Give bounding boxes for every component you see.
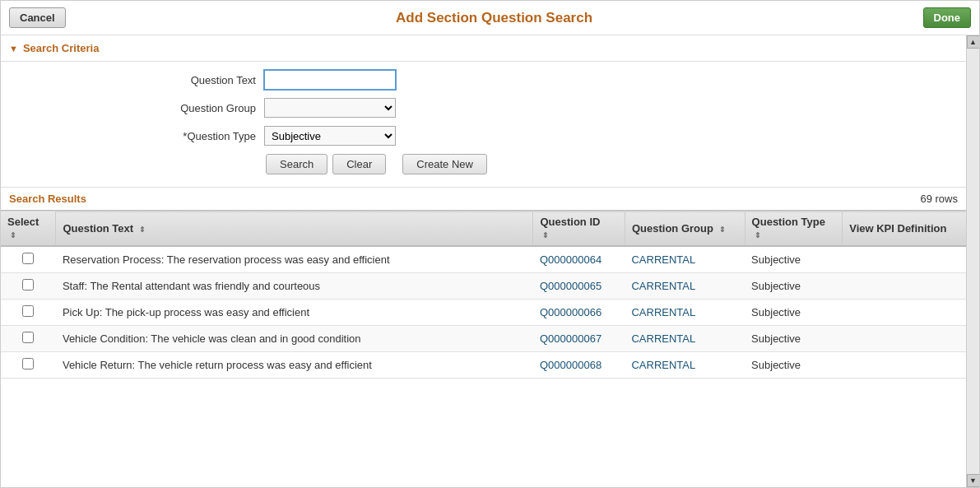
row-checkbox[interactable] (22, 305, 34, 317)
col-header-question-id: Question ID ⇕ (533, 211, 625, 247)
scrollbar-track[interactable] (967, 49, 979, 474)
question-text-label: Question Text (1, 74, 264, 86)
question-type-cell: Subjective (745, 246, 843, 273)
results-tbody: Reservation Process: The reservation pro… (1, 246, 966, 379)
view-kpi-cell (843, 273, 966, 300)
view-kpi-cell (843, 246, 966, 273)
question-text-cell: Pick Up: The pick-up process was easy an… (56, 300, 533, 326)
question-group-row: Question Group (1, 98, 966, 118)
question-type-select[interactable]: Subjective Objective Rating (264, 126, 396, 146)
question-id-link[interactable]: Q000000068 (540, 359, 601, 371)
col-header-view-kpi: View KPI Definition (843, 211, 966, 247)
question-group-link[interactable]: CARRENTAL (631, 253, 695, 266)
create-new-button[interactable]: Create New (402, 154, 487, 174)
search-button[interactable]: Search (266, 154, 327, 174)
row-checkbox[interactable] (22, 332, 34, 343)
question-id-link[interactable]: Q000000065 (540, 280, 601, 292)
question-text-row: Question Text (1, 70, 966, 90)
cancel-button[interactable]: Cancel (9, 7, 66, 28)
sort-icon-question-type: ⇕ (755, 231, 761, 239)
question-group-link[interactable]: CARRENTAL (631, 332, 695, 345)
question-group-link[interactable]: CARRENTAL (631, 359, 695, 371)
question-id-link[interactable]: Q000000067 (540, 332, 601, 345)
col-header-question-text: Question Text ⇕ (56, 211, 533, 247)
question-id-link[interactable]: Q000000066 (540, 306, 601, 318)
question-text-cell: Staff: The Rental attendant was friendly… (56, 273, 533, 300)
question-id-cell[interactable]: Q000000067 (533, 326, 625, 352)
question-id-cell[interactable]: Q000000066 (533, 300, 625, 326)
question-group-cell[interactable]: CARRENTAL (625, 273, 745, 300)
sort-icon-question-text: ⇕ (139, 225, 146, 234)
question-type-cell: Subjective (745, 326, 843, 352)
question-id-link[interactable]: Q000000064 (540, 253, 601, 266)
table-row: Pick Up: The pick-up process was easy an… (1, 300, 966, 326)
question-group-label: Question Group (1, 102, 264, 114)
question-group-select[interactable] (264, 98, 396, 118)
col-header-select: Select ⇕ (1, 211, 56, 247)
view-kpi-cell (843, 352, 966, 379)
question-group-link[interactable]: CARRENTAL (631, 280, 695, 292)
question-text-wrap (264, 70, 445, 90)
results-table: Select ⇕ Question Text ⇕ Question ID ⇕ (1, 210, 966, 379)
question-type-cell: Subjective (745, 273, 843, 300)
view-kpi-cell (843, 300, 966, 326)
results-count: 69 rows (920, 193, 958, 205)
main-content: ▼ Search Criteria Question Text Question… (1, 35, 966, 487)
page-title: Add Section Question Search (66, 10, 923, 26)
col-header-question-type: Question Type ⇕ (745, 211, 843, 247)
action-buttons-row: Search Clear Create New (1, 154, 966, 174)
question-text-cell: Vehicle Condition: The vehicle was clean… (56, 326, 533, 352)
question-text-cell: Reservation Process: The reservation pro… (56, 246, 533, 273)
sort-icon-select: ⇕ (10, 231, 16, 239)
question-id-cell[interactable]: Q000000065 (533, 273, 625, 300)
question-id-cell[interactable]: Q000000068 (533, 352, 625, 379)
question-group-cell[interactable]: CARRENTAL (625, 300, 745, 326)
collapse-arrow-icon: ▼ (9, 44, 18, 53)
col-header-question-group: Question Group ⇕ (625, 211, 745, 247)
question-group-cell[interactable]: CARRENTAL (625, 352, 745, 379)
question-id-cell[interactable]: Q000000064 (533, 246, 625, 273)
row-checkbox[interactable] (22, 358, 34, 369)
row-checkbox[interactable] (22, 279, 34, 290)
table-row: Vehicle Return: The vehicle return proce… (1, 352, 966, 379)
search-criteria-label: Search Criteria (23, 42, 100, 54)
header: Cancel Add Section Question Search Done (1, 1, 979, 35)
search-criteria-section-header[interactable]: ▼ Search Criteria (1, 35, 966, 62)
table-row: Staff: The Rental attendant was friendly… (1, 273, 966, 300)
question-group-cell[interactable]: CARRENTAL (625, 326, 745, 352)
results-title: Search Results (9, 193, 86, 205)
row-select-cell (1, 273, 56, 300)
content-area: ▼ Search Criteria Question Text Question… (1, 35, 979, 487)
question-type-wrap: Subjective Objective Rating (264, 126, 445, 146)
row-select-cell (1, 352, 56, 379)
clear-button[interactable]: Clear (332, 154, 386, 174)
table-header-row: Select ⇕ Question Text ⇕ Question ID ⇕ (1, 211, 966, 247)
row-select-cell (1, 326, 56, 352)
view-kpi-cell (843, 326, 966, 352)
page-wrapper: Cancel Add Section Question Search Done … (0, 0, 980, 488)
sort-icon-question-group: ⇕ (719, 225, 726, 234)
table-row: Vehicle Condition: The vehicle was clean… (1, 326, 966, 352)
scrollbar[interactable]: ▲ ▼ (966, 35, 979, 487)
results-header: Search Results 69 rows (1, 187, 966, 210)
question-type-row: *Question Type Subjective Objective Rati… (1, 126, 966, 146)
row-checkbox[interactable] (22, 253, 34, 264)
question-type-cell: Subjective (745, 300, 843, 326)
scrollbar-down-button[interactable]: ▼ (967, 474, 980, 487)
table-row: Reservation Process: The reservation pro… (1, 246, 966, 273)
done-button[interactable]: Done (923, 7, 972, 28)
question-type-label: *Question Type (1, 130, 264, 142)
question-group-link[interactable]: CARRENTAL (631, 306, 695, 318)
scrollbar-up-button[interactable]: ▲ (967, 35, 980, 49)
question-text-cell: Vehicle Return: The vehicle return proce… (56, 352, 533, 379)
question-group-cell[interactable]: CARRENTAL (625, 246, 745, 273)
row-select-cell (1, 300, 56, 326)
question-group-wrap (264, 98, 445, 118)
question-text-input[interactable] (264, 70, 396, 90)
sort-icon-question-id: ⇕ (542, 231, 549, 239)
row-select-cell (1, 246, 56, 273)
question-type-cell: Subjective (745, 352, 843, 379)
search-criteria-form: Question Text Question Group (1, 62, 966, 187)
